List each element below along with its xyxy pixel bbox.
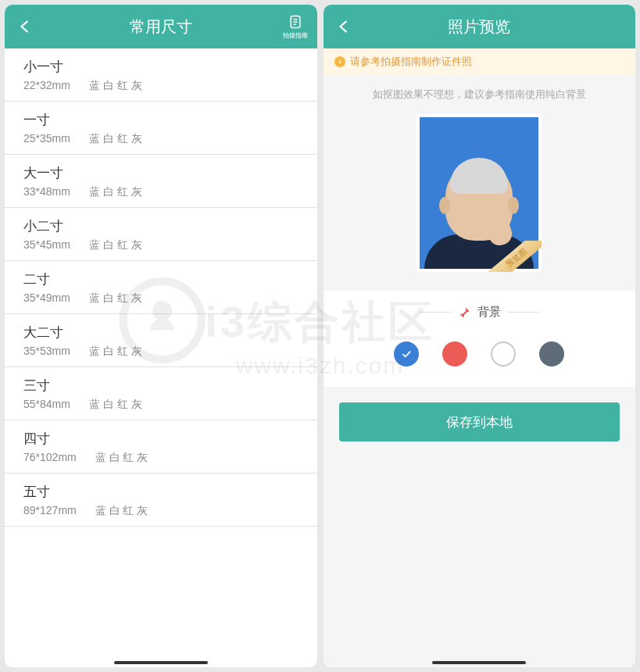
size-row[interactable]: 大一寸33*48mm蓝 白 红 灰	[5, 155, 317, 208]
pin-icon	[457, 306, 471, 320]
size-dimension: 33*48mm	[23, 185, 70, 199]
size-dimension: 35*53mm	[23, 345, 70, 359]
svg-rect-5	[339, 61, 340, 63]
guide-label: 拍摄指南	[283, 31, 308, 40]
hint-text: 如抠图效果不理想，建议参考指南使用纯白背景	[373, 88, 586, 102]
size-name: 五寸	[23, 483, 299, 501]
size-name: 大二寸	[23, 323, 299, 341]
background-label: 背景	[477, 305, 501, 320]
home-indicator	[432, 661, 526, 664]
background-section: 背景	[324, 291, 636, 387]
size-name: 小一寸	[23, 58, 299, 76]
page-title: 常用尺寸	[5, 16, 317, 38]
save-button[interactable]: 保存到本地	[339, 402, 620, 441]
arrow-left-icon	[16, 18, 34, 35]
topbar-right: 照片预览	[324, 5, 636, 48]
size-name: 小二寸	[23, 217, 299, 235]
size-dimension: 22*32mm	[23, 79, 70, 93]
check-icon	[401, 349, 412, 359]
page-title: 照片预览	[324, 16, 636, 38]
size-colors: 蓝 白 红 灰	[95, 451, 148, 465]
size-colors: 蓝 白 红 灰	[89, 185, 142, 199]
size-name: 三寸	[23, 377, 299, 395]
size-colors: 蓝 白 红 灰	[95, 504, 148, 518]
size-row[interactable]: 一寸25*35mm蓝 白 红 灰	[5, 102, 317, 155]
info-icon	[334, 56, 345, 67]
size-name: 四寸	[23, 430, 299, 448]
size-colors: 蓝 白 红 灰	[89, 132, 142, 146]
size-row[interactable]: 二寸35*49mm蓝 白 红 灰	[5, 261, 317, 314]
size-dimension: 55*84mm	[23, 398, 70, 412]
size-colors: 蓝 白 红 灰	[89, 79, 142, 93]
svg-point-4	[339, 59, 341, 61]
size-row[interactable]: 三寸55*84mm蓝 白 红 灰	[5, 367, 317, 420]
size-dimension: 89*127mm	[23, 504, 77, 518]
size-dimension: 35*49mm	[23, 291, 70, 306]
topbar-left: 常用尺寸 拍摄指南	[5, 5, 317, 48]
back-button[interactable]	[16, 17, 34, 36]
home-indicator	[114, 661, 208, 664]
swatch-red[interactable]	[442, 341, 467, 366]
size-list: 小一寸22*32mm蓝 白 红 灰一寸25*35mm蓝 白 红 灰大一寸33*4…	[5, 48, 317, 667]
size-dimension: 76*102mm	[23, 451, 77, 465]
tip-text: 请参考拍摄指南制作证件照	[350, 55, 472, 69]
size-row[interactable]: 小一寸22*32mm蓝 白 红 灰	[5, 48, 317, 102]
size-row[interactable]: 小二寸35*45mm蓝 白 红 灰	[5, 208, 317, 261]
photo-image	[420, 117, 538, 269]
size-name: 一寸	[23, 111, 299, 129]
size-row[interactable]: 四寸76*102mm蓝 白 红 灰	[5, 420, 317, 474]
size-name: 二寸	[23, 270, 299, 288]
size-colors: 蓝 白 红 灰	[89, 238, 142, 252]
back-button[interactable]	[334, 17, 353, 36]
screen-photo-preview: 照片预览 请参考拍摄指南制作证件照 如抠图效果不理想，建议参考指南使用纯白背景 …	[324, 5, 636, 667]
preview-area: 如抠图效果不理想，建议参考指南使用纯白背景 预览图 背景 保存到本地	[324, 75, 636, 667]
size-dimension: 25*35mm	[23, 132, 70, 146]
arrow-left-icon	[335, 18, 352, 35]
screen-size-list: 常用尺寸 拍摄指南 小一寸22*32mm蓝 白 红 灰一寸25*35mm蓝 白 …	[5, 5, 317, 667]
color-swatches	[394, 341, 564, 366]
swatch-grey[interactable]	[539, 341, 564, 366]
size-dimension: 35*45mm	[23, 238, 70, 252]
size-row[interactable]: 五寸89*127mm蓝 白 红 灰	[5, 474, 317, 527]
size-row[interactable]: 大二寸35*53mm蓝 白 红 灰	[5, 314, 317, 367]
document-icon	[288, 14, 303, 30]
swatch-white[interactable]	[491, 341, 516, 366]
size-name: 大一寸	[23, 164, 299, 182]
shooting-guide-button[interactable]: 拍摄指南	[283, 14, 308, 40]
photo-preview: 预览图	[417, 114, 542, 272]
tip-banner: 请参考拍摄指南制作证件照	[324, 48, 636, 75]
size-colors: 蓝 白 红 灰	[89, 291, 142, 306]
swatch-blue[interactable]	[394, 341, 419, 366]
size-colors: 蓝 白 红 灰	[89, 345, 142, 359]
size-colors: 蓝 白 红 灰	[89, 398, 142, 412]
